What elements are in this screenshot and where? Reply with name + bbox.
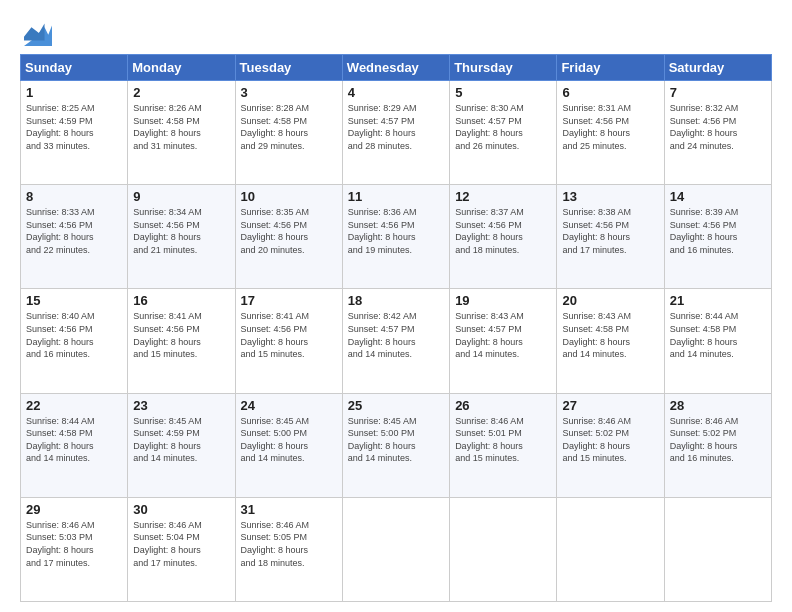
calendar-cell: 9Sunrise: 8:34 AMSunset: 4:56 PMDaylight… <box>128 185 235 289</box>
cell-text: Sunrise: 8:40 AMSunset: 4:56 PMDaylight:… <box>26 310 122 360</box>
day-number: 24 <box>241 398 337 413</box>
cell-text: Sunrise: 8:36 AMSunset: 4:56 PMDaylight:… <box>348 206 444 256</box>
day-number: 25 <box>348 398 444 413</box>
cell-text: Sunrise: 8:46 AMSunset: 5:01 PMDaylight:… <box>455 415 551 465</box>
calendar-cell: 25Sunrise: 8:45 AMSunset: 5:00 PMDayligh… <box>342 393 449 497</box>
calendar-cell <box>450 497 557 601</box>
cell-text: Sunrise: 8:45 AMSunset: 5:00 PMDaylight:… <box>348 415 444 465</box>
day-number: 9 <box>133 189 229 204</box>
day-number: 13 <box>562 189 658 204</box>
day-number: 23 <box>133 398 229 413</box>
weekday-header-row: SundayMondayTuesdayWednesdayThursdayFrid… <box>21 55 772 81</box>
page: SundayMondayTuesdayWednesdayThursdayFrid… <box>0 0 792 612</box>
calendar-cell: 26Sunrise: 8:46 AMSunset: 5:01 PMDayligh… <box>450 393 557 497</box>
calendar-cell: 3Sunrise: 8:28 AMSunset: 4:58 PMDaylight… <box>235 81 342 185</box>
header <box>20 16 772 46</box>
day-number: 29 <box>26 502 122 517</box>
day-number: 10 <box>241 189 337 204</box>
calendar-cell: 23Sunrise: 8:45 AMSunset: 4:59 PMDayligh… <box>128 393 235 497</box>
weekday-tuesday: Tuesday <box>235 55 342 81</box>
cell-text: Sunrise: 8:32 AMSunset: 4:56 PMDaylight:… <box>670 102 766 152</box>
cell-text: Sunrise: 8:46 AMSunset: 5:05 PMDaylight:… <box>241 519 337 569</box>
cell-text: Sunrise: 8:46 AMSunset: 5:02 PMDaylight:… <box>670 415 766 465</box>
calendar-cell <box>557 497 664 601</box>
cell-text: Sunrise: 8:39 AMSunset: 4:56 PMDaylight:… <box>670 206 766 256</box>
week-row-4: 22Sunrise: 8:44 AMSunset: 4:58 PMDayligh… <box>21 393 772 497</box>
logo <box>20 16 52 46</box>
calendar-cell: 30Sunrise: 8:46 AMSunset: 5:04 PMDayligh… <box>128 497 235 601</box>
weekday-thursday: Thursday <box>450 55 557 81</box>
cell-text: Sunrise: 8:44 AMSunset: 4:58 PMDaylight:… <box>670 310 766 360</box>
calendar-cell: 28Sunrise: 8:46 AMSunset: 5:02 PMDayligh… <box>664 393 771 497</box>
calendar-cell: 5Sunrise: 8:30 AMSunset: 4:57 PMDaylight… <box>450 81 557 185</box>
day-number: 4 <box>348 85 444 100</box>
calendar-cell: 4Sunrise: 8:29 AMSunset: 4:57 PMDaylight… <box>342 81 449 185</box>
weekday-wednesday: Wednesday <box>342 55 449 81</box>
calendar-cell: 21Sunrise: 8:44 AMSunset: 4:58 PMDayligh… <box>664 289 771 393</box>
day-number: 14 <box>670 189 766 204</box>
week-row-2: 8Sunrise: 8:33 AMSunset: 4:56 PMDaylight… <box>21 185 772 289</box>
calendar-cell: 22Sunrise: 8:44 AMSunset: 4:58 PMDayligh… <box>21 393 128 497</box>
calendar-cell: 14Sunrise: 8:39 AMSunset: 4:56 PMDayligh… <box>664 185 771 289</box>
calendar-cell: 2Sunrise: 8:26 AMSunset: 4:58 PMDaylight… <box>128 81 235 185</box>
cell-text: Sunrise: 8:45 AMSunset: 4:59 PMDaylight:… <box>133 415 229 465</box>
cell-text: Sunrise: 8:34 AMSunset: 4:56 PMDaylight:… <box>133 206 229 256</box>
calendar-cell: 19Sunrise: 8:43 AMSunset: 4:57 PMDayligh… <box>450 289 557 393</box>
week-row-1: 1Sunrise: 8:25 AMSunset: 4:59 PMDaylight… <box>21 81 772 185</box>
calendar-cell: 17Sunrise: 8:41 AMSunset: 4:56 PMDayligh… <box>235 289 342 393</box>
week-row-3: 15Sunrise: 8:40 AMSunset: 4:56 PMDayligh… <box>21 289 772 393</box>
cell-text: Sunrise: 8:37 AMSunset: 4:56 PMDaylight:… <box>455 206 551 256</box>
calendar-cell <box>342 497 449 601</box>
day-number: 21 <box>670 293 766 308</box>
day-number: 12 <box>455 189 551 204</box>
svg-marker-1 <box>24 24 45 41</box>
day-number: 18 <box>348 293 444 308</box>
day-number: 11 <box>348 189 444 204</box>
day-number: 27 <box>562 398 658 413</box>
calendar-cell: 15Sunrise: 8:40 AMSunset: 4:56 PMDayligh… <box>21 289 128 393</box>
day-number: 3 <box>241 85 337 100</box>
day-number: 16 <box>133 293 229 308</box>
weekday-saturday: Saturday <box>664 55 771 81</box>
day-number: 5 <box>455 85 551 100</box>
calendar-cell: 16Sunrise: 8:41 AMSunset: 4:56 PMDayligh… <box>128 289 235 393</box>
calendar-cell: 11Sunrise: 8:36 AMSunset: 4:56 PMDayligh… <box>342 185 449 289</box>
day-number: 28 <box>670 398 766 413</box>
day-number: 31 <box>241 502 337 517</box>
calendar-cell: 20Sunrise: 8:43 AMSunset: 4:58 PMDayligh… <box>557 289 664 393</box>
day-number: 6 <box>562 85 658 100</box>
cell-text: Sunrise: 8:26 AMSunset: 4:58 PMDaylight:… <box>133 102 229 152</box>
cell-text: Sunrise: 8:42 AMSunset: 4:57 PMDaylight:… <box>348 310 444 360</box>
day-number: 8 <box>26 189 122 204</box>
calendar-cell: 31Sunrise: 8:46 AMSunset: 5:05 PMDayligh… <box>235 497 342 601</box>
calendar-cell: 10Sunrise: 8:35 AMSunset: 4:56 PMDayligh… <box>235 185 342 289</box>
cell-text: Sunrise: 8:28 AMSunset: 4:58 PMDaylight:… <box>241 102 337 152</box>
logo-icon <box>24 18 52 46</box>
cell-text: Sunrise: 8:41 AMSunset: 4:56 PMDaylight:… <box>241 310 337 360</box>
calendar-cell: 24Sunrise: 8:45 AMSunset: 5:00 PMDayligh… <box>235 393 342 497</box>
cell-text: Sunrise: 8:29 AMSunset: 4:57 PMDaylight:… <box>348 102 444 152</box>
weekday-friday: Friday <box>557 55 664 81</box>
cell-text: Sunrise: 8:46 AMSunset: 5:03 PMDaylight:… <box>26 519 122 569</box>
calendar-cell: 1Sunrise: 8:25 AMSunset: 4:59 PMDaylight… <box>21 81 128 185</box>
calendar-cell: 6Sunrise: 8:31 AMSunset: 4:56 PMDaylight… <box>557 81 664 185</box>
day-number: 17 <box>241 293 337 308</box>
day-number: 2 <box>133 85 229 100</box>
calendar-cell: 29Sunrise: 8:46 AMSunset: 5:03 PMDayligh… <box>21 497 128 601</box>
day-number: 19 <box>455 293 551 308</box>
cell-text: Sunrise: 8:45 AMSunset: 5:00 PMDaylight:… <box>241 415 337 465</box>
weekday-monday: Monday <box>128 55 235 81</box>
day-number: 7 <box>670 85 766 100</box>
day-number: 26 <box>455 398 551 413</box>
day-number: 15 <box>26 293 122 308</box>
cell-text: Sunrise: 8:46 AMSunset: 5:02 PMDaylight:… <box>562 415 658 465</box>
calendar-cell: 8Sunrise: 8:33 AMSunset: 4:56 PMDaylight… <box>21 185 128 289</box>
calendar-table: SundayMondayTuesdayWednesdayThursdayFrid… <box>20 54 772 602</box>
day-number: 22 <box>26 398 122 413</box>
cell-text: Sunrise: 8:43 AMSunset: 4:57 PMDaylight:… <box>455 310 551 360</box>
day-number: 1 <box>26 85 122 100</box>
day-number: 20 <box>562 293 658 308</box>
weekday-sunday: Sunday <box>21 55 128 81</box>
calendar-cell: 27Sunrise: 8:46 AMSunset: 5:02 PMDayligh… <box>557 393 664 497</box>
cell-text: Sunrise: 8:41 AMSunset: 4:56 PMDaylight:… <box>133 310 229 360</box>
